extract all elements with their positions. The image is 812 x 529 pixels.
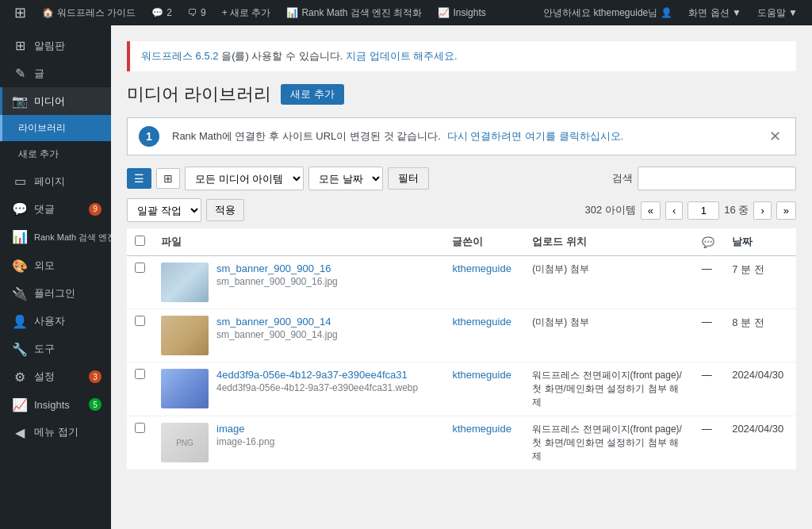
greeting-btn[interactable]: 안녕하세요 kthemeguide님 👤 xyxy=(535,0,680,25)
next-page-button[interactable]: › xyxy=(753,201,771,220)
item-count: 302 아이템 xyxy=(584,203,635,217)
sidebar-item-label: 글 xyxy=(34,67,44,81)
filter-button[interactable]: 필터 xyxy=(388,167,429,190)
avatar-icon: 👤 xyxy=(661,7,672,18)
comments-btn[interactable]: 💬 2 xyxy=(144,0,180,25)
sidebar-item-label: Insights xyxy=(34,399,70,411)
update-version-link[interactable]: 워드프레스 6.5.2 xyxy=(141,50,219,62)
greeting-text: 안녕하세요 kthemeguide님 xyxy=(543,6,657,20)
file-name-link[interactable]: image xyxy=(216,423,244,435)
sidebar-item-appearance[interactable]: 🎨 외모 xyxy=(0,252,111,280)
help-btn[interactable]: 도움말 ▼ xyxy=(749,0,806,25)
rankmath-notice-close-button[interactable]: ✕ xyxy=(766,129,784,144)
sidebar-item-settings[interactable]: ⚙ 설정 3 xyxy=(0,363,111,391)
sidebar-item-users[interactable]: 👤 사용자 xyxy=(0,308,111,335)
sidebar-item-insights[interactable]: 📈 Insights 5 xyxy=(0,391,111,419)
file-name-link[interactable]: 4edd3f9a-056e-4b12-9a37-e390ee4fca31 xyxy=(216,369,408,381)
sidebar-item-media[interactable]: 📷 미디어 xyxy=(0,87,111,115)
page-number-input[interactable] xyxy=(688,201,719,220)
location-header: 업로드 위치 xyxy=(524,228,693,256)
file-header: 파일 xyxy=(153,228,444,256)
insights-icon: 📈 xyxy=(438,7,450,18)
new-media-button[interactable]: 새로 추가 xyxy=(281,84,344,105)
update-now-link[interactable]: 지금 업데이트 해주세요. xyxy=(346,50,458,62)
page-title: 미디어 라이브러리 xyxy=(127,82,271,106)
author-cell: kthemeguide xyxy=(444,256,524,309)
date-filter[interactable]: 모든 날짜 xyxy=(308,167,383,190)
screen-options-label: 화면 옵션 ▼ xyxy=(688,6,741,20)
sidebar-item-rankmath[interactable]: 📊 Rank Math 검색 엔진 최적화 xyxy=(0,223,111,252)
new-post-label: + 새로 추가 xyxy=(222,6,271,20)
new-post-btn[interactable]: + 새로 추가 xyxy=(214,0,279,25)
rankmath-btn[interactable]: 📊 Rank Math 검색 엔진 최적화 xyxy=(278,0,430,25)
file-sub-name: image-16.png xyxy=(216,436,274,447)
file-sub-name: sm_banner_900_900_14.jpg xyxy=(216,329,338,340)
bubbles-count: 9 xyxy=(201,7,206,18)
update-notice: 워드프레스 6.5.2 을(를) 사용할 수 있습니다. 지금 업데이트 해주세… xyxy=(127,41,796,71)
last-page-button[interactable]: » xyxy=(776,201,796,220)
bubble-icon: 🗨 xyxy=(188,7,197,18)
appearance-icon: 🎨 xyxy=(12,259,28,274)
rankmath-reconnect-link[interactable]: 다시 연결하려면 여기를 클릭하십시오. xyxy=(447,129,623,144)
insights-icon: 📈 xyxy=(12,397,28,412)
file-name-link[interactable]: sm_banner_900_900_16 xyxy=(216,263,331,274)
bubbles-btn[interactable]: 🗨 9 xyxy=(180,0,214,25)
location-cell: 워드프레스 전면페이지(front page)/첫 화면/메인화면 설정하기 첨… xyxy=(524,362,693,416)
bulk-action-select[interactable]: 일괄 작업 xyxy=(127,198,201,222)
sidebar-item-label: 알림판 xyxy=(34,39,65,53)
insights-btn[interactable]: 📈 Insights xyxy=(430,0,493,25)
media-type-filter[interactable]: 모든 미디어 아이템 xyxy=(185,167,304,190)
author-link[interactable]: kthemeguide xyxy=(452,369,511,381)
file-name-link[interactable]: sm_banner_900_900_14 xyxy=(216,316,331,328)
location-cell: (미첨부) 첨부 xyxy=(524,309,693,362)
author-cell: kthemeguide xyxy=(444,416,524,470)
row-checkbox[interactable] xyxy=(135,369,145,379)
date-cell: 8 분 전 xyxy=(724,309,796,362)
sidebar-item-collapse[interactable]: ◀ 메뉴 접기 xyxy=(0,419,111,447)
sidebar-item-dashboard[interactable]: ⊞ 알림판 xyxy=(0,32,111,59)
row-checkbox[interactable] xyxy=(135,423,145,433)
first-page-button[interactable]: « xyxy=(641,201,661,220)
author-link[interactable]: kthemeguide xyxy=(452,263,511,274)
search-input[interactable] xyxy=(638,167,796,190)
sidebar-item-pages[interactable]: ▭ 페이지 xyxy=(0,167,111,195)
file-cell: PNG image image-16.png xyxy=(153,416,444,470)
sidebar-item-add-new[interactable]: 새로 추가 xyxy=(0,141,111,167)
sidebar-item-label: 사용자 xyxy=(34,314,65,328)
site-name-btn[interactable]: 🏠 워드프레스 가이드 xyxy=(34,0,144,25)
select-all-checkbox[interactable] xyxy=(135,236,145,246)
date-cell: 7 분 전 xyxy=(724,256,796,309)
comments-count: 2 xyxy=(167,7,172,18)
row-checkbox[interactable] xyxy=(135,316,145,326)
sidebar-item-label: 라이브러리 xyxy=(18,121,66,135)
author-link[interactable]: kthemeguide xyxy=(452,316,511,328)
list-view-button[interactable]: ☰ xyxy=(127,168,151,189)
dashboard-icon: ⊞ xyxy=(12,38,28,53)
rankmath-label: Rank Math 검색 엔진 최적화 xyxy=(301,6,422,20)
row-checkbox[interactable] xyxy=(135,263,145,273)
sidebar-item-label: 댓글 xyxy=(34,202,55,217)
select-all-col xyxy=(127,228,153,256)
author-link[interactable]: kthemeguide xyxy=(452,423,511,435)
sidebar-item-comments[interactable]: 💬 댓글 9 xyxy=(0,195,111,223)
toolbar-row: ☰ ⊞ 모든 미디어 아이템 모든 날짜 필터 검색 xyxy=(127,167,796,190)
media-table: 파일 글쓴이 업로드 위치 💬 날짜 sm_banner_900_900_16 xyxy=(127,228,796,470)
grid-view-button[interactable]: ⊞ xyxy=(156,168,180,189)
sidebar-item-tools[interactable]: 🔧 도구 xyxy=(0,335,111,363)
help-label: 도움말 ▼ xyxy=(757,6,798,20)
file-sub-name: sm_banner_900_900_16.jpg xyxy=(216,276,338,287)
sidebar-item-library[interactable]: 라이브러리 xyxy=(0,115,111,141)
tools-icon: 🔧 xyxy=(12,342,28,357)
update-notice-text: 을(를) 사용할 수 있습니다. xyxy=(221,50,343,62)
sidebar-item-plugins[interactable]: 🔌 플러그인 xyxy=(0,280,111,308)
row-checkbox-cell xyxy=(127,309,153,362)
bulk-row: 일괄 작업 적용 302 아이템 « ‹ 16 중 › » xyxy=(127,198,796,222)
bulk-apply-button[interactable]: 적용 xyxy=(206,199,244,221)
screen-options-btn[interactable]: 화면 옵션 ▼ xyxy=(680,0,749,25)
sidebar-item-posts[interactable]: ✎ 글 xyxy=(0,59,111,87)
rankmath-notice: 1 Rank Math에 연결한 후 사이트 URL이 변경된 것 같습니다. … xyxy=(127,117,796,155)
wp-logo-btn[interactable]: ⊞ xyxy=(6,0,34,25)
sidebar-item-label: 플러그인 xyxy=(34,286,75,301)
sidebar-item-label: 외모 xyxy=(34,259,55,273)
prev-page-button[interactable]: ‹ xyxy=(665,201,683,220)
